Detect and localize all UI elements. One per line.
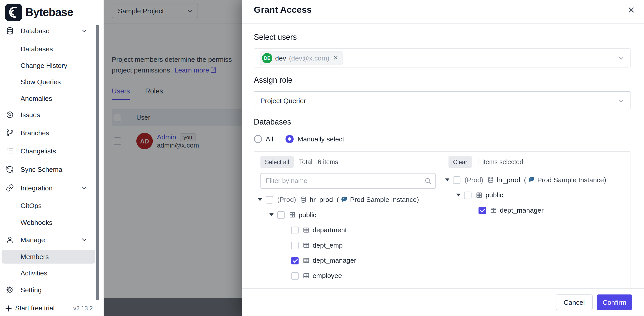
- chip-email: (dev@x.com): [289, 54, 329, 62]
- sidebar-item-slow-queries[interactable]: Slow Queries: [2, 75, 95, 89]
- bytebase-logo-icon: [5, 4, 22, 21]
- tree-row-table[interactable]: dept_manager: [254, 253, 442, 268]
- transfer-selected-panel: Clear 1 items selected (Prod) hr_prod ( …: [442, 152, 630, 288]
- select-users-label: Select users: [254, 33, 297, 42]
- version-label: v2.13.2: [73, 305, 93, 312]
- sidebar-item-webhooks[interactable]: Webhooks: [2, 215, 95, 229]
- database-scope-radios: All Manually select: [254, 135, 344, 143]
- sidebar-item-activities[interactable]: Activities: [2, 266, 95, 280]
- radio-manually-select[interactable]: [286, 135, 294, 143]
- caret-down-icon[interactable]: [456, 194, 460, 197]
- table-name: dept_manager: [313, 257, 356, 264]
- schema-name: public: [485, 191, 503, 199]
- sidebar-item-sync-schema[interactable]: Sync Schema: [2, 162, 95, 176]
- sidebar-item-databases[interactable]: Databases: [2, 42, 95, 56]
- tree-row-table[interactable]: dept_manager: [442, 203, 630, 218]
- tree-row-table[interactable]: department: [254, 223, 442, 238]
- sidebar: Bytebase Database Databases Change Histo…: [0, 0, 104, 316]
- tree-row-database[interactable]: (Prod) hr_prod ( Prod Sample Instance): [254, 192, 442, 207]
- sidebar-item-members[interactable]: Members: [2, 250, 95, 264]
- db-name: hr_prod: [310, 196, 333, 204]
- checkbox-checked[interactable]: [291, 257, 299, 264]
- table-name: dept_emp: [313, 241, 343, 249]
- checkbox-checked[interactable]: [479, 207, 486, 214]
- logo-text: Bytebase: [25, 6, 73, 19]
- env-label: (Prod): [465, 176, 483, 184]
- integration-icon: [6, 184, 14, 192]
- schema-name: public: [299, 211, 316, 219]
- checkbox[interactable]: [291, 272, 299, 279]
- sidebar-item-gitops[interactable]: GitOps: [2, 199, 95, 213]
- caret-down-icon[interactable]: [269, 213, 274, 216]
- chevron-down-icon: [81, 27, 88, 34]
- sidebar-item-issues[interactable]: Issues: [2, 108, 95, 122]
- chevron-down-icon: [617, 97, 625, 105]
- tree-row-table[interactable]: dept_emp: [254, 238, 442, 253]
- role-select[interactable]: Project Querier: [254, 91, 630, 110]
- cancel-button[interactable]: Cancel: [556, 294, 593, 310]
- instance-icon: [341, 196, 348, 203]
- table-name: department: [313, 226, 347, 234]
- checkbox[interactable]: [277, 211, 285, 218]
- chip-remove-icon[interactable]: ✕: [333, 54, 338, 62]
- trial-label: Start free trial: [15, 305, 55, 312]
- selected-tree: (Prod) hr_prod ( Prod Sample Instance) p…: [442, 172, 630, 218]
- checkbox[interactable]: [291, 241, 299, 249]
- sidebar-scrollbar[interactable]: [96, 25, 99, 300]
- users-icon: [6, 236, 14, 244]
- db-name: hr_prod: [497, 176, 520, 184]
- transfer-source-panel: Select all Total 16 items (Prod) hr_prod…: [254, 152, 442, 288]
- sidebar-item-branches[interactable]: Branches: [2, 126, 95, 140]
- radio-manual-label: Manually select: [298, 135, 344, 143]
- env-label: (Prod): [277, 196, 296, 204]
- close-icon[interactable]: ✕: [626, 4, 637, 16]
- role-select-value: Project Querier: [260, 97, 306, 105]
- tree-row-table[interactable]: employee: [254, 268, 442, 283]
- table-icon: [303, 227, 310, 234]
- sync-icon: [6, 165, 14, 174]
- databases-label: Databases: [254, 118, 291, 127]
- user-chip: DE dev (dev@x.com) ✕: [260, 51, 342, 65]
- database-icon: [487, 176, 494, 183]
- tree-row-schema[interactable]: public: [442, 188, 630, 203]
- select-all-button[interactable]: Select all: [260, 156, 293, 168]
- sidebar-item-anomalies[interactable]: Anomalies: [2, 91, 95, 105]
- gear-icon: [6, 286, 14, 294]
- filter-input[interactable]: [260, 173, 436, 189]
- chevron-down-icon: [81, 236, 88, 244]
- instance-icon: [528, 176, 535, 184]
- chevron-down-icon: [81, 184, 88, 192]
- total-items-label: Total 16 items: [299, 158, 338, 166]
- checkbox[interactable]: [291, 226, 299, 234]
- checkbox[interactable]: [464, 191, 471, 199]
- tree-row-schema[interactable]: public: [254, 207, 442, 223]
- clear-button[interactable]: Clear: [448, 156, 472, 168]
- chip-avatar: DE: [262, 53, 272, 63]
- sparkle-icon: [5, 305, 12, 312]
- app-root: Bytebase Database Databases Change Histo…: [0, 0, 644, 316]
- radio-all[interactable]: [254, 135, 262, 143]
- instance-name: Prod Sample Instance): [537, 176, 606, 184]
- checkbox[interactable]: [266, 196, 273, 203]
- tree-row-database[interactable]: (Prod) hr_prod ( Prod Sample Instance): [442, 172, 630, 188]
- checkbox[interactable]: [453, 176, 460, 184]
- caret-down-icon[interactable]: [445, 178, 449, 181]
- table-icon: [303, 257, 310, 264]
- sidebar-item-manage[interactable]: Manage: [2, 233, 95, 247]
- users-select[interactable]: DE dev (dev@x.com) ✕: [254, 48, 630, 67]
- sidebar-item-database[interactable]: Database: [2, 24, 95, 38]
- confirm-button[interactable]: Confirm: [597, 294, 632, 310]
- table-name: employee: [313, 272, 342, 280]
- table-icon: [490, 207, 497, 214]
- chip-name: dev: [275, 54, 286, 62]
- sidebar-item-changelists[interactable]: Changelists: [2, 144, 95, 158]
- chevron-down-icon: [617, 54, 625, 62]
- sidebar-item-change-history[interactable]: Change History: [2, 58, 95, 72]
- logo[interactable]: Bytebase: [5, 4, 73, 21]
- start-free-trial-button[interactable]: Start free trial: [5, 305, 55, 312]
- selected-count-label: 1 items selected: [477, 158, 523, 166]
- caret-down-icon[interactable]: [258, 198, 262, 201]
- sidebar-item-setting[interactable]: Setting: [2, 283, 95, 297]
- instance-name: Prod Sample Instance): [350, 196, 419, 204]
- sidebar-item-integration[interactable]: Integration: [2, 181, 95, 195]
